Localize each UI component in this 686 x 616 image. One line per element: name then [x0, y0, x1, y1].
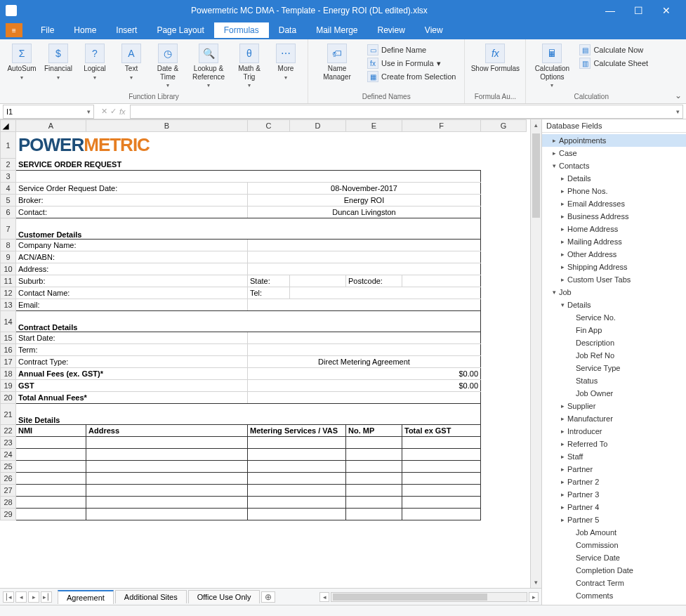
more-functions-button[interactable]: ⋯More▾: [268, 42, 303, 82]
tree-partner4[interactable]: ▸Partner 4: [542, 501, 686, 513]
date-time-button[interactable]: ◷Date & Time▾: [150, 42, 185, 91]
tree-job-owner[interactable]: Job Owner: [542, 387, 686, 400]
logical-button[interactable]: ?Logical▾: [77, 42, 112, 82]
tree-status[interactable]: Status: [542, 374, 686, 387]
col-header[interactable]: G: [481, 120, 527, 132]
tree-phone-nos[interactable]: ▸Phone Nos.: [542, 185, 686, 197]
calculation-label: Calculation: [574, 93, 608, 102]
horizontal-scrollbar[interactable]: [331, 592, 527, 602]
menu-view[interactable]: View: [415, 22, 453, 38]
name-manager-button[interactable]: 🏷Name Manager: [312, 42, 362, 82]
tree-supplier[interactable]: ▸Supplier: [542, 400, 686, 412]
tree-home-address[interactable]: ▸Home Address: [542, 223, 686, 235]
col-header[interactable]: A: [16, 120, 86, 132]
menu-file[interactable]: File: [31, 22, 64, 38]
formula-input[interactable]: ▾: [130, 105, 683, 119]
tree-contacts-details[interactable]: ▸Details: [542, 172, 686, 185]
scroll-down-icon[interactable]: ▾: [531, 577, 541, 588]
menu-formulas[interactable]: Formulas: [214, 22, 269, 38]
show-formulas-button[interactable]: fxShow Formulas: [469, 42, 521, 74]
tree-job[interactable]: ▾Job: [542, 286, 686, 299]
tree-service-date[interactable]: Service Date: [542, 551, 686, 564]
text-button[interactable]: AText▾: [114, 42, 149, 82]
math-trig-button[interactable]: θMath & Trig▾: [232, 42, 267, 91]
collapse-ribbon-icon[interactable]: ⌄: [675, 91, 682, 100]
expand-formula-icon[interactable]: ▾: [676, 108, 680, 115]
tree-contract-term[interactable]: Contract Term: [542, 577, 686, 589]
tree-business-address[interactable]: ▸Business Address: [542, 210, 686, 223]
create-from-selection-button[interactable]: ▦Create from Selection: [364, 70, 459, 83]
tree-contacts[interactable]: ▾Contacts: [542, 159, 686, 172]
menu-home[interactable]: Home: [64, 22, 106, 38]
tree-partner2[interactable]: ▸Partner 2: [542, 476, 686, 488]
menu-data[interactable]: Data: [269, 22, 306, 38]
tree-contact-phone[interactable]: Contact Phone: [542, 602, 686, 605]
tab-next-button[interactable]: ▸: [28, 591, 39, 603]
spreadsheet-grid[interactable]: ◢ A B C D E F G 1POWERMETRIC 2SERVICE OR…: [0, 119, 527, 520]
col-header[interactable]: F: [402, 120, 481, 132]
calculate-now-button[interactable]: ▤Calculate Now: [576, 44, 651, 56]
tree-partner3[interactable]: ▸Partner 3: [542, 488, 686, 501]
financial-button[interactable]: $Financial▾: [41, 42, 76, 82]
hscroll-right-icon[interactable]: ▸: [529, 592, 539, 602]
tree-service-type[interactable]: Service Type: [542, 362, 686, 374]
tree-fin-app[interactable]: Fin App: [542, 324, 686, 336]
define-name-button[interactable]: ▭Define Name: [364, 44, 459, 56]
tree-partner5[interactable]: ▸Partner 5: [542, 513, 686, 526]
minimize-button[interactable]: —: [596, 0, 624, 21]
tab-agreement[interactable]: Agreement: [58, 590, 114, 604]
autosum-button[interactable]: ΣAutoSum▾: [4, 42, 39, 82]
tree-description[interactable]: Description: [542, 336, 686, 349]
tree-partner[interactable]: ▸Partner: [542, 463, 686, 476]
scroll-up-icon[interactable]: ▴: [531, 119, 541, 131]
tab-additional-sites[interactable]: Additional Sites: [115, 590, 187, 603]
tree-service-no[interactable]: Service No.: [542, 311, 686, 324]
calculate-sheet-button[interactable]: ▥Calculate Sheet: [576, 57, 651, 70]
close-button[interactable]: ✕: [652, 0, 680, 21]
tree-case[interactable]: ▸Case: [542, 147, 686, 159]
tree-manufacturer[interactable]: ▸Manufacturer: [542, 412, 686, 425]
chevron-down-icon[interactable]: ▾: [87, 108, 91, 115]
tree-job-amount[interactable]: Job Amount: [542, 526, 686, 539]
use-in-formula-button[interactable]: fxUse in Formula ▾: [364, 57, 459, 70]
tab-prev-button[interactable]: ◂: [15, 591, 27, 603]
tree-other-address[interactable]: ▸Other Address: [542, 248, 686, 261]
vertical-scrollbar[interactable]: ▴ ▾: [530, 119, 541, 588]
select-all-corner[interactable]: ◢: [1, 120, 16, 132]
menu-review[interactable]: Review: [368, 22, 415, 38]
database-fields-tree[interactable]: ▸Appointments ▸Case ▾Contacts ▸Details ▸…: [542, 133, 686, 605]
tree-email-addresses[interactable]: ▸Email Addresses: [542, 197, 686, 210]
col-header[interactable]: B: [86, 120, 248, 132]
tree-shipping-address[interactable]: ▸Shipping Address: [542, 261, 686, 273]
col-header[interactable]: C: [248, 120, 290, 132]
tree-introducer[interactable]: ▸Introducer: [542, 425, 686, 438]
col-header[interactable]: E: [346, 120, 402, 132]
tree-mailing-address[interactable]: ▸Mailing Address: [542, 235, 686, 248]
hscroll-left-icon[interactable]: ◂: [319, 592, 329, 602]
col-header[interactable]: D: [290, 120, 346, 132]
menu-page-layout[interactable]: Page Layout: [147, 22, 213, 38]
name-box[interactable]: I1▾: [3, 105, 94, 119]
tree-job-ref-no[interactable]: Job Ref No: [542, 349, 686, 362]
tab-office-use-only[interactable]: Office Use Only: [188, 590, 260, 603]
calculation-options-button[interactable]: 🖩Calculation Options▾: [530, 42, 574, 91]
tab-last-button[interactable]: ▸⎮: [41, 591, 52, 603]
menu-mail-merge[interactable]: Mail Merge: [306, 22, 367, 38]
tree-custom-user-tabs[interactable]: ▸Custom User Tabs: [542, 273, 686, 286]
new-sheet-button[interactable]: ⊕: [261, 591, 275, 603]
tree-job-details[interactable]: ▾Details: [542, 299, 686, 311]
tree-referred-to[interactable]: ▸Referred To: [542, 438, 686, 450]
tab-first-button[interactable]: ⎮◂: [3, 591, 14, 603]
maximize-button[interactable]: ☐: [624, 0, 652, 21]
accept-formula-icon[interactable]: ✓: [110, 107, 117, 116]
tree-staff[interactable]: ▸Staff: [542, 450, 686, 463]
scroll-thumb[interactable]: [532, 133, 540, 218]
cancel-formula-icon[interactable]: ✕: [101, 107, 107, 116]
menu-insert[interactable]: Insert: [106, 22, 147, 38]
lookup-reference-button[interactable]: 🔍Lookup & Reference▾: [187, 42, 230, 91]
fx-icon[interactable]: fx: [119, 107, 126, 116]
tree-commission[interactable]: Commission: [542, 539, 686, 551]
tree-completion-date[interactable]: Completion Date: [542, 564, 686, 577]
tree-appointments[interactable]: ▸Appointments: [542, 134, 686, 147]
tree-comments[interactable]: Comments: [542, 589, 686, 602]
